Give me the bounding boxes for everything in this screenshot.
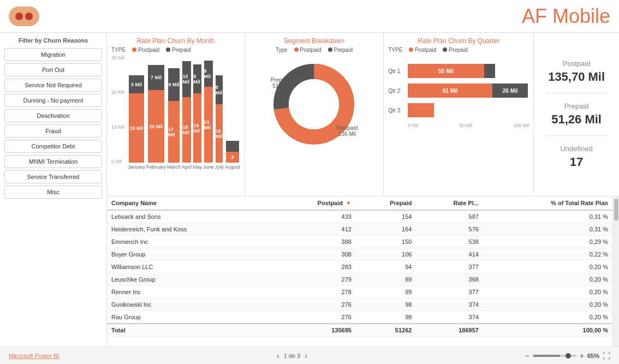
cell-pct: 0,20 % (483, 286, 612, 299)
next-page-button[interactable]: › (305, 351, 307, 360)
quarter-legend-prepaid: Prepaid (449, 47, 467, 53)
cell-pct: 0,29 % (483, 236, 612, 248)
qtr1-bars: 55 Mil (408, 64, 495, 78)
bar-aug: 3 August (225, 61, 240, 170)
bar-mar: 9 Mil 17 Mil March (167, 61, 181, 170)
qtr3-orange-bar (408, 103, 434, 117)
cell-prepaid: 89 (356, 273, 416, 286)
quarter-legend-prepaid-dot (443, 47, 447, 52)
table-row: Rau Group 276 98 374 0,20 % (107, 311, 612, 324)
y-label-0: 0 Mil (111, 159, 124, 164)
col-pct[interactable]: % of Total Rate Plan (483, 196, 612, 210)
filter-btn-competitor-debt[interactable]: Competitor Debt (4, 140, 102, 153)
bar-apr: 10 Mil 18 Mil April (182, 61, 192, 170)
stat-postpaid-label: Postpaid (548, 59, 605, 68)
filter-btn-service-transferred[interactable]: Service Transferred (4, 170, 102, 183)
table-row: Leuschke Group 279 89 368 0,20 % (107, 273, 612, 286)
x-label-100: 100 Mil (513, 123, 529, 128)
table-row: Renner Inc 278 99 377 0,20 % (107, 286, 612, 299)
table-body: Lebsack and Sons 433 154 587 0,31 % Heid… (107, 210, 612, 337)
stat-prepaid: Prepaid 51,26 Mil (551, 102, 602, 127)
qtr2-dark-bar: 26 Mil (492, 83, 528, 98)
cell-pct: 0,22 % (483, 248, 612, 261)
cell-prepaid: 98 (356, 299, 416, 311)
cell-company: Lebsack and Sons (107, 210, 272, 223)
main-content: Rate Plan Churn By Month TYPE Postpaid P… (107, 33, 619, 347)
donut-legend-postpaid-dot (294, 47, 299, 52)
col-prepaid[interactable]: Prepaid (356, 196, 416, 210)
legend-type-label: TYPE (111, 47, 126, 53)
col-company[interactable]: Company Name (107, 196, 272, 210)
quarter-bars: Qtr 1 55 Mil Qtr 2 61 Mil 26 Mil (388, 64, 529, 128)
stat-prepaid-value: 51,26 Mil (551, 112, 602, 127)
svg-point-2 (289, 79, 339, 129)
donut-legend-postpaid: Postpaid (300, 47, 322, 53)
cell-postpaid: 276 (272, 311, 356, 324)
cell-company: Gusikowski Inc (107, 299, 272, 311)
legend-prepaid-dot (166, 47, 170, 52)
page-indicator: 1 de 3 (284, 353, 301, 359)
cell-rate-plan: 538 (416, 236, 483, 248)
table-row: Gusikowski Inc 276 98 374 0,20 % (107, 299, 612, 311)
zoom-controls: − + 65% ⛶ (525, 351, 610, 360)
table-container[interactable]: Company Name Postpaid ▼ Prepaid Rate Pl.… (107, 196, 612, 347)
bar-feb-bottom: 20 Mil (148, 90, 165, 163)
table-section: Company Name Postpaid ▼ Prepaid Rate Pl.… (107, 196, 619, 347)
cell-company: Boyer Group (107, 248, 272, 261)
bar-chart-title: Rate Plan Churn By Month (111, 37, 240, 45)
filter-btn-migration[interactable]: Migration (4, 48, 102, 61)
cell-pct: 0,20 % (483, 273, 612, 286)
zoom-bar[interactable] (533, 355, 576, 357)
prev-page-button[interactable]: ‹ (277, 351, 279, 360)
table-row: Boyer Group 308 106 414 0,22 % (107, 248, 612, 261)
col-rate-plan[interactable]: Rate Pl... (416, 196, 483, 210)
bar-jan: 5 Mil 19 Mil January (128, 61, 145, 170)
bar-aug-bottom: 3 (226, 152, 239, 163)
stat-undefined-label: Undefined (560, 145, 592, 153)
zoom-fill (533, 355, 560, 357)
table-row: Heidenreich, Funk and Koss 412 164 576 0… (107, 223, 612, 236)
quarter-title: Rate Plan Churn By Quarter (388, 37, 529, 45)
qtr1-dark-bar (484, 64, 495, 78)
qtr2-orange-bar: 61 Mil (408, 83, 492, 98)
bar-apr-label: April (182, 164, 192, 170)
zoom-level: 65% (587, 353, 599, 359)
bar-may-top: 8 Mil (193, 64, 201, 93)
table-row: Emmerich Inc 388 150 538 0,29 % (107, 236, 612, 248)
cell-prepaid: 98 (356, 311, 416, 324)
table-scrollbar[interactable] (612, 196, 619, 347)
bar-jun-label: June (203, 164, 214, 170)
quarter-legend-type: TYPE (388, 47, 402, 53)
bar-aug-top (226, 141, 239, 152)
zoom-minus-icon[interactable]: − (525, 351, 529, 360)
logo (9, 7, 39, 26)
filter-btn-deactivation[interactable]: Deactivation (4, 109, 102, 122)
cell-rate-plan: 576 (416, 223, 483, 236)
cell-postpaid: 276 (272, 299, 356, 311)
app-title: AF Mobile (522, 5, 610, 28)
bar-may-bottom: 19 Mil (193, 93, 201, 163)
header: AF Mobile (0, 0, 619, 33)
cell-postpaid: 283 (272, 261, 356, 273)
filter-btn-service-not-required[interactable]: Service Not Required (4, 79, 102, 92)
filter-btn-fraud[interactable]: Fraud (4, 124, 102, 138)
filter-btn-dunning[interactable]: Dunning - No payment (4, 94, 102, 107)
filter-btn-mnmi[interactable]: MNMI Termination (4, 155, 102, 168)
cell-pct: 0,20 % (483, 261, 612, 273)
cell-prepaid: 99 (356, 286, 416, 299)
filter-btn-misc[interactable]: Misc (4, 186, 102, 199)
legend-postpaid-dot (132, 47, 136, 52)
col-postpaid[interactable]: Postpaid ▼ (272, 196, 356, 210)
bar-chart-section: Rate Plan Churn By Month TYPE Postpaid P… (107, 33, 245, 196)
cell-company: Renner Inc (107, 286, 272, 299)
powerbi-link[interactable]: Microsoft Power BI (9, 353, 59, 359)
fullscreen-icon[interactable]: ⛶ (603, 351, 610, 360)
filter-btn-port-out[interactable]: Port Out (4, 63, 102, 76)
logo-circle-left (15, 13, 23, 20)
zoom-plus-icon[interactable]: + (580, 351, 584, 360)
bar-mar-top: 9 Mil (168, 68, 180, 101)
quarter-legend: TYPE Postpaid Prepaid (388, 47, 529, 53)
stat-undefined-value: 17 (560, 155, 592, 169)
cell-rate-plan: 377 (416, 261, 483, 273)
cell-company: Heidenreich, Funk and Koss (107, 223, 272, 236)
